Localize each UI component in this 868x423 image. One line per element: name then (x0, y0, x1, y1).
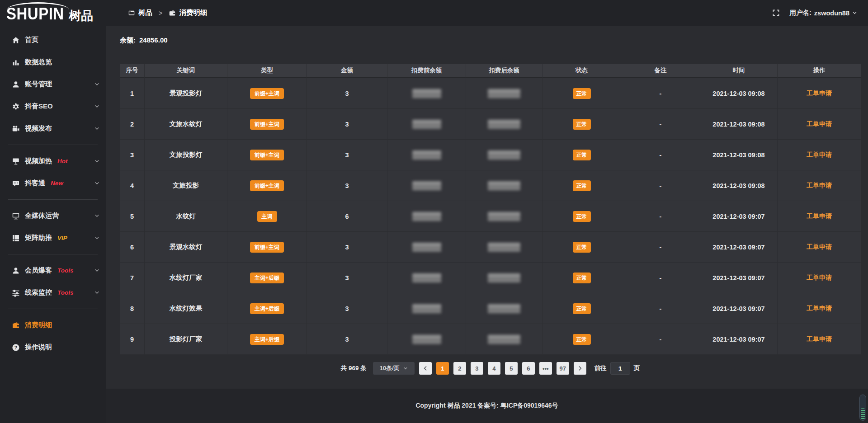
page-button-active[interactable]: 1 (436, 362, 449, 375)
sidebar-item-matrix-boost[interactable]: 矩阵助推 VIP (0, 227, 106, 249)
cell-balance-after (466, 232, 542, 263)
sidebar-item-consume-detail[interactable]: 消费明细 (0, 314, 106, 336)
cell-status: 正常 (542, 78, 621, 109)
sidebar-item-all-media-operation[interactable]: 全媒体运营 (0, 205, 106, 227)
page-button-4[interactable]: 4 (488, 362, 500, 375)
cell-remark: - (621, 170, 700, 201)
sidebar-menu: 首页 数据总览 账号管理 抖音SEO 视频发布 视频加热 Hot 抖客通 New… (0, 29, 106, 358)
cell-balance-before (387, 293, 466, 324)
work-order-link[interactable]: 工单申请 (807, 151, 832, 159)
work-order-link[interactable]: 工单申请 (807, 212, 832, 221)
cell-balance-after (466, 263, 542, 293)
chevron-down-icon (403, 366, 408, 371)
more-pages-button[interactable]: ••• (539, 362, 552, 375)
sidebar-item-account-management[interactable]: 账号管理 (0, 73, 106, 95)
cell-balance-before (387, 201, 466, 232)
breadcrumb-label: 树品 (138, 8, 152, 18)
breadcrumb: 树品 > 消费明细 (128, 8, 207, 18)
cell-type: 主词 (227, 201, 307, 232)
breadcrumb-label: 消费明细 (179, 8, 207, 18)
sidebar-item-operation-guide[interactable]: ? 操作说明 (0, 336, 106, 358)
breadcrumb-item-shupin[interactable]: 树品 (128, 8, 152, 18)
cell-action: 工单申请 (778, 232, 861, 263)
cell-index: 1 (120, 78, 145, 109)
sidebar-item-lead-monitor[interactable]: 线索监控 Tools (0, 282, 106, 304)
breadcrumb-item-consume-detail[interactable]: 消费明细 (169, 8, 207, 18)
work-order-link[interactable]: 工单申请 (807, 243, 832, 251)
prev-page-button[interactable] (419, 362, 432, 375)
cell-amount: 6 (307, 201, 387, 232)
page-button-97[interactable]: 97 (557, 362, 569, 375)
user-menu[interactable]: 用户名: zswodun88 (790, 9, 858, 17)
sidebar-item-member-baoke[interactable]: 会员爆客 Tools (0, 259, 106, 282)
sidebar-item-badge: Tools (57, 289, 74, 296)
app-logo: SHUPIN 树品 (0, 0, 106, 29)
work-order-link[interactable]: 工单申请 (807, 89, 832, 98)
next-page-button[interactable] (574, 362, 586, 375)
table-row: 3 文旅投影灯 前缀+主词 3 正常 - 2021-12-03 09:08 工单… (120, 140, 861, 170)
cell-keyword: 投影灯厂家 (145, 324, 227, 355)
work-order-link[interactable]: 工单申请 (807, 335, 832, 343)
column-header: 类型 (227, 64, 307, 78)
cell-index: 8 (120, 293, 145, 324)
cell-remark: - (621, 201, 700, 232)
column-header: 操作 (778, 64, 861, 78)
cell-amount: 3 (307, 232, 387, 263)
cell-action: 工单申请 (778, 140, 861, 170)
sidebar-item-video-publish[interactable]: 视频发布 (0, 118, 106, 140)
page-size-select[interactable]: 10条/页 (373, 362, 415, 375)
work-order-link[interactable]: 工单申请 (807, 120, 832, 128)
column-header: 扣费前余额 (387, 64, 466, 78)
cell-balance-before (387, 78, 466, 109)
wallet-icon (12, 321, 20, 329)
fullscreen-icon[interactable] (772, 9, 780, 17)
goto-unit-label: 页 (634, 364, 640, 372)
work-order-link[interactable]: 工单申请 (807, 305, 832, 313)
masked-value (412, 89, 441, 98)
masked-value (412, 304, 441, 313)
cell-keyword: 景观水纹灯 (145, 232, 227, 263)
sliders-icon (12, 289, 20, 297)
page-button-6[interactable]: 6 (522, 362, 535, 375)
cell-amount: 3 (307, 324, 387, 355)
status-badge: 正常 (573, 303, 591, 314)
balance-line: 余额:24856.00 (120, 36, 861, 45)
chevron-down-icon (94, 126, 99, 131)
cell-status: 正常 (542, 293, 621, 324)
status-badge: 正常 (573, 180, 591, 191)
sidebar-item-home[interactable]: 首页 (0, 29, 106, 51)
goto-label: 前往 (594, 364, 607, 372)
page-button-2[interactable]: 2 (453, 362, 466, 375)
user-icon (12, 267, 20, 275)
page-button-3[interactable]: 3 (471, 362, 483, 375)
work-order-link[interactable]: 工单申请 (807, 182, 832, 190)
cell-action: 工单申请 (778, 78, 861, 109)
sidebar-item-data-overview[interactable]: 数据总览 (0, 51, 106, 73)
type-badge: 主词+后缀 (250, 303, 284, 314)
cell-remark: - (621, 109, 700, 140)
cell-balance-after (466, 109, 542, 140)
scroll-widget[interactable] (859, 395, 866, 421)
goto-page-input[interactable] (610, 362, 630, 375)
cell-balance-before (387, 263, 466, 293)
work-order-link[interactable]: 工单申请 (807, 274, 832, 282)
cell-index: 6 (120, 232, 145, 263)
cell-amount: 3 (307, 140, 387, 170)
sidebar-item-badge: New (51, 180, 63, 187)
chevron-down-icon (94, 159, 99, 164)
page-size-value: 10条/页 (380, 364, 400, 372)
page-button-5[interactable]: 5 (505, 362, 518, 375)
sidebar-item-douyin-seo[interactable]: 抖音SEO (0, 95, 106, 118)
page-buttons: 123456•••97 (436, 362, 569, 375)
masked-value (412, 150, 441, 160)
sidebar-item-doukatong[interactable]: 抖客通 New (0, 172, 106, 194)
cell-balance-after (466, 140, 542, 170)
cell-balance-before (387, 170, 466, 201)
cell-status: 正常 (542, 324, 621, 355)
sidebar-item-video-heat[interactable]: 视频加热 Hot (0, 150, 106, 172)
cell-status: 正常 (542, 232, 621, 263)
cell-status: 正常 (542, 170, 621, 201)
cell-remark: - (621, 140, 700, 170)
username-label: 用户名: (790, 9, 811, 17)
home-icon (12, 36, 20, 44)
